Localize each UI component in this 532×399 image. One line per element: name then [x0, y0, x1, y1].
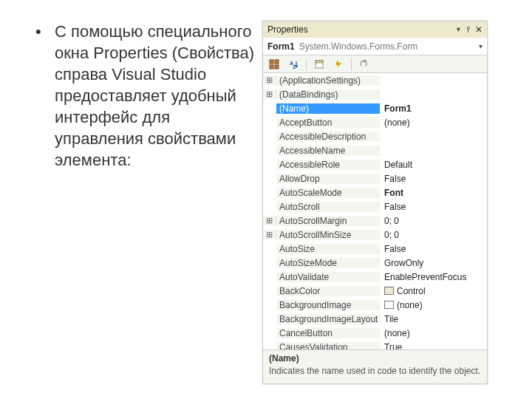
property-value[interactable]: 0; 0: [380, 230, 487, 240]
property-value[interactable]: Control: [380, 286, 487, 296]
selector-object-name: Form1: [267, 41, 295, 52]
property-row[interactable]: AutoScaleModeFont: [263, 185, 487, 200]
property-value[interactable]: Tile: [380, 314, 487, 324]
property-name: AutoSize: [276, 244, 380, 254]
chevron-down-icon[interactable]: ▾: [479, 42, 482, 50]
property-row[interactable]: BackgroundImage(none): [263, 298, 487, 312]
property-row[interactable]: AccessibleRoleDefault: [263, 157, 487, 171]
categorized-button[interactable]: [266, 57, 282, 72]
properties-button[interactable]: [311, 57, 327, 72]
window-pos-icon[interactable]: ▼: [455, 26, 462, 33]
property-name: BackgroundImage: [276, 300, 380, 310]
selector-object-type: System.Windows.Forms.Form: [299, 41, 418, 52]
property-name: AllowDrop: [276, 174, 380, 184]
property-row[interactable]: ⊞(DataBindings): [263, 87, 487, 101]
property-name: AutoScrollMargin: [276, 216, 380, 226]
property-row[interactable]: AutoValidateEnablePreventFocus: [263, 270, 487, 284]
toolbar-separator: [306, 58, 307, 70]
property-value[interactable]: (none): [380, 328, 487, 338]
expander-icon[interactable]: ⊞: [263, 230, 276, 239]
slide-bullet-text: С помощью специального окна Properties (…: [55, 21, 262, 171]
property-name: AutoScroll: [276, 202, 380, 212]
panel-titlebar[interactable]: Properties ▼ ⫯ ✕: [263, 21, 487, 38]
description-text: Indicates the name used in code to ident…: [269, 366, 481, 378]
property-name: (ApplicationSettings): [276, 75, 380, 86]
properties-panel: Properties ▼ ⫯ ✕ Form1 System.Windows.Fo…: [262, 21, 488, 384]
property-row[interactable]: CausesValidationTrue: [263, 340, 487, 349]
expander-icon[interactable]: ⊞: [263, 216, 276, 225]
property-row[interactable]: AccessibleName: [263, 143, 487, 157]
pin-icon[interactable]: ⫯: [466, 24, 471, 35]
property-name: AutoScaleMode: [276, 188, 380, 198]
svg-rect-2: [270, 65, 273, 69]
svg-rect-7: [316, 61, 323, 63]
property-row[interactable]: ⊞(ApplicationSettings): [263, 73, 487, 87]
property-name: CausesValidation: [276, 342, 380, 349]
property-grid[interactable]: ⊞(ApplicationSettings)⊞(DataBindings)(Na…: [263, 73, 487, 349]
property-row[interactable]: AutoSizeFalse: [263, 242, 487, 256]
property-name: AutoScrollMinSize: [276, 230, 380, 240]
property-name: AutoSizeMode: [276, 258, 380, 268]
property-value[interactable]: EnablePreventFocus: [380, 272, 487, 282]
property-value[interactable]: Default: [380, 160, 487, 170]
property-name: AutoValidate: [276, 272, 380, 282]
color-swatch: [384, 301, 394, 309]
svg-rect-1: [275, 60, 279, 64]
property-value[interactable]: Font: [380, 188, 487, 198]
property-row[interactable]: BackColorControl: [263, 284, 487, 298]
panel-title-label: Properties: [267, 24, 308, 35]
properties-toolbar: AZ: [263, 55, 487, 73]
property-row[interactable]: CancelButton(none): [263, 326, 487, 340]
property-name: BackgroundImageLayout: [276, 314, 380, 324]
property-row[interactable]: ⊞AutoScrollMinSize0; 0: [263, 228, 487, 242]
property-value[interactable]: True: [380, 342, 487, 349]
property-value[interactable]: False: [380, 174, 487, 184]
property-row[interactable]: (Name)Form1: [263, 101, 487, 115]
property-name: BackColor: [276, 286, 380, 296]
property-value[interactable]: (none): [380, 117, 487, 128]
toolbar-separator: [351, 58, 352, 70]
property-row[interactable]: AllowDropFalse: [263, 171, 487, 185]
description-pane: (Name) Indicates the name used in code t…: [263, 349, 487, 383]
property-value[interactable]: False: [380, 244, 487, 254]
property-row[interactable]: AccessibleDescription: [263, 129, 487, 143]
property-name: (Name): [276, 103, 380, 114]
events-button[interactable]: [330, 57, 347, 72]
property-name: (DataBindings): [276, 89, 380, 100]
description-title: (Name): [269, 353, 481, 365]
expander-icon[interactable]: ⊞: [263, 89, 276, 99]
svg-rect-0: [270, 60, 273, 64]
expander-icon[interactable]: ⊞: [263, 75, 276, 85]
property-name: CancelButton: [276, 328, 380, 338]
property-name: AccessibleName: [276, 146, 380, 156]
property-value[interactable]: False: [380, 202, 487, 212]
property-value[interactable]: GrowOnly: [380, 258, 487, 268]
property-value[interactable]: (none): [380, 300, 487, 310]
property-value[interactable]: 0; 0: [380, 216, 487, 226]
close-icon[interactable]: ✕: [475, 24, 482, 35]
property-row[interactable]: ⊞AutoScrollMargin0; 0: [263, 214, 487, 228]
color-swatch: [384, 287, 394, 295]
property-row[interactable]: AcceptButton(none): [263, 115, 487, 129]
property-name: AcceptButton: [276, 117, 380, 128]
property-row[interactable]: BackgroundImageLayoutTile: [263, 312, 487, 326]
property-value[interactable]: Form1: [380, 103, 487, 114]
property-row[interactable]: AutoScrollFalse: [263, 200, 487, 214]
property-pages-button[interactable]: [356, 57, 372, 72]
property-row[interactable]: AutoSizeModeGrowOnly: [263, 256, 487, 270]
property-name: AccessibleDescription: [276, 132, 380, 142]
property-name: AccessibleRole: [276, 160, 380, 170]
alphabetical-button[interactable]: AZ: [285, 57, 301, 72]
object-selector[interactable]: Form1 System.Windows.Forms.Form ▾: [263, 38, 487, 55]
svg-rect-3: [275, 65, 279, 69]
